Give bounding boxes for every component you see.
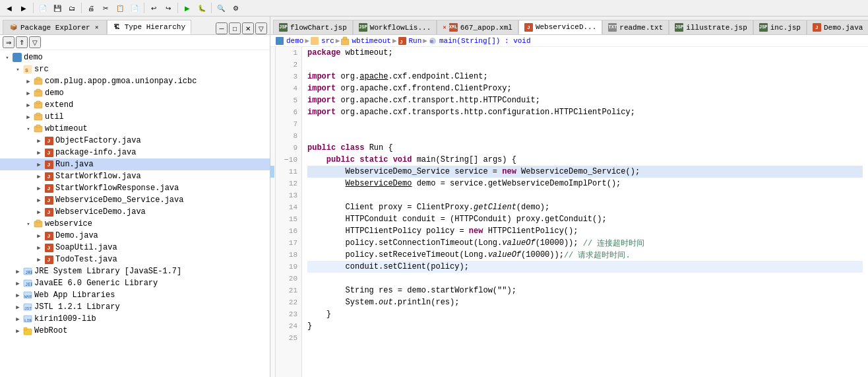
debug-btn[interactable]: 🐛 xyxy=(195,1,208,15)
tree-item-javaee6[interactable]: ▶ JEE JavaEE 6.0 Generic Library xyxy=(0,277,270,289)
ln-19: 19 xyxy=(276,261,301,273)
tree-item-run-java[interactable]: ▶ J Run.java xyxy=(0,158,270,170)
arrow-webservice-pkg[interactable]: ▾ xyxy=(24,221,33,228)
tab-inc-jsp[interactable]: JSP inc.jsp xyxy=(753,20,807,34)
close-left-btn[interactable]: ✕ xyxy=(242,22,254,34)
tab-type-hierarchy[interactable]: 🏗 Type Hierarchy xyxy=(107,20,191,34)
arrow-demo-project[interactable]: ▾ xyxy=(3,54,12,61)
tree-item-webservice-pkg[interactable]: ▾ webservice xyxy=(0,218,270,230)
back-btn[interactable]: ◀ xyxy=(3,1,16,15)
arrow-jre[interactable]: ▶ xyxy=(13,268,22,275)
arrow-webservicedemo[interactable]: ▶ xyxy=(34,209,44,216)
arrow-jstl[interactable]: ▶ xyxy=(13,304,22,311)
collapse-all-btn[interactable]: ⇒ xyxy=(3,36,15,48)
tab-webserviced[interactable]: J WebserviceD... xyxy=(518,20,602,34)
arrow-src[interactable]: ▾ xyxy=(13,66,22,73)
project-tree[interactable]: ▾ demo ▾ S src ▶ xyxy=(0,50,270,377)
tree-item-demo-pkg[interactable]: ▶ demo xyxy=(0,87,270,99)
tab-flowchart[interactable]: JSP flowChart.jsp xyxy=(273,20,353,34)
tree-item-webapp-libs[interactable]: ▶ WAR Web App Libraries xyxy=(0,289,270,301)
tab-package-explorer[interactable]: 📦 Package Explorer ✕ xyxy=(3,20,107,34)
tree-item-objectfactory[interactable]: ▶ J ObjectFactory.java xyxy=(0,135,270,147)
arrow-todotest[interactable]: ▶ xyxy=(34,256,44,263)
tab-667-apop[interactable]: ✕ XML 667_apop.xml xyxy=(437,20,518,34)
menu-left-btn[interactable]: ▽ xyxy=(255,22,267,34)
link-editor-btn[interactable]: ⇑ xyxy=(16,36,28,48)
settings-btn[interactable]: ⚙ xyxy=(229,1,242,15)
undo-btn[interactable]: ↩ xyxy=(147,1,160,15)
tree-item-startworkflow[interactable]: ▶ J StartWorkflow.java xyxy=(0,170,270,182)
tree-item-webroot[interactable]: ▶ WebRoot xyxy=(0,325,270,337)
paste-btn[interactable]: 📄 xyxy=(128,1,141,15)
arrow-util[interactable]: ▶ xyxy=(24,114,33,121)
forward-btn[interactable]: ▶ xyxy=(17,1,30,15)
arrow-kirin[interactable]: ▶ xyxy=(13,316,22,323)
arrow-objectfactory[interactable]: ▶ xyxy=(34,137,44,145)
tree-item-todotest[interactable]: ▶ J TodoTest.java xyxy=(0,254,270,265)
arrow-demo-pkg[interactable]: ▶ xyxy=(24,90,33,97)
tab-demo-java-label: Demo.java xyxy=(824,24,863,32)
arrow-webapp-libs[interactable]: ▶ xyxy=(13,292,22,299)
tree-item-demo-java-ws[interactable]: ▶ J Demo.java xyxy=(0,230,270,242)
save-btn[interactable]: 💾 xyxy=(51,1,64,15)
ln-8: 8 xyxy=(276,130,301,142)
breadcrumb-wbtimeout[interactable]: wbtimeout xyxy=(352,37,390,45)
breadcrumb-src[interactable]: src xyxy=(321,37,334,45)
breadcrumb-run[interactable]: Run xyxy=(409,37,422,45)
tree-item-soaputil[interactable]: ▶ J SoapUtil.java xyxy=(0,242,270,254)
cut-btn[interactable]: ✂ xyxy=(99,1,112,15)
tree-item-jre[interactable]: ▶ JRE JRE System Library [JavaSE-1.7] xyxy=(0,265,270,277)
tree-item-webservicedemo[interactable]: ▶ J WebserviceDemo.java xyxy=(0,206,270,218)
arrow-run-java[interactable]: ▶ xyxy=(34,161,44,168)
tree-item-demo-project[interactable]: ▾ demo xyxy=(0,51,270,63)
arrow-webservicedemo-service[interactable]: ▶ xyxy=(34,197,44,204)
run-btn[interactable]: ▶ xyxy=(181,1,194,15)
arrow-startworkflowresponse[interactable]: ▶ xyxy=(34,185,44,192)
code-editor[interactable]: 1 2 3 4 5 6 7 8 9 10─ 11 12 13 14 15 16 xyxy=(270,47,868,377)
arrow-soaputil[interactable]: ▶ xyxy=(34,244,44,252)
tab-illustrate[interactable]: JSP illustrate.jsp xyxy=(669,20,753,34)
maximize-left-btn[interactable]: □ xyxy=(229,22,241,34)
tree-item-startworkflowresponse[interactable]: ▶ J StartWorkflowResponse.java xyxy=(0,182,270,194)
arrow-package-info[interactable]: ▶ xyxy=(34,149,44,156)
arrow-wbtimeout[interactable]: ▾ xyxy=(24,125,33,133)
code-content[interactable]: package wbtimeout; import org.apache.cxf… xyxy=(302,47,868,377)
code-line-3: import org.apache.cxf.endpoint.Client; xyxy=(307,71,863,83)
arrow-extend[interactable]: ▶ xyxy=(24,102,33,109)
arrow-com-plug[interactable]: ▶ xyxy=(24,78,33,85)
tree-item-wbtimeout[interactable]: ▾ wbtimeout xyxy=(0,123,270,135)
tab-workflowlis[interactable]: JSP WorkflowLis... xyxy=(353,20,437,34)
redo-btn[interactable]: ↪ xyxy=(162,1,175,15)
tree-label-package-info: package-info.java xyxy=(55,148,136,157)
tab-package-explorer-close[interactable]: ✕ xyxy=(93,24,101,32)
code-line-25 xyxy=(307,332,863,344)
main-toolbar: ◀ ▶ 📄 💾 🗂 🖨 ✂ 📋 📄 ↩ ↪ ▶ 🐛 🔍 ⚙ xyxy=(0,0,868,17)
tree-item-kirin[interactable]: ▶ LIB kirin1009-lib xyxy=(0,313,270,325)
search-btn[interactable]: 🔍 xyxy=(214,1,228,15)
arrow-demo-java-ws[interactable]: ▶ xyxy=(34,232,44,240)
ln-21: 21 xyxy=(276,285,301,296)
tree-item-webservicedemo-service[interactable]: ▶ J WebserviceDemo_Service.java xyxy=(0,194,270,206)
demo-java-icon: J xyxy=(813,23,821,32)
tree-item-src[interactable]: ▾ S src xyxy=(0,63,270,75)
tree-item-util[interactable]: ▶ util xyxy=(0,111,270,123)
save-all-btn[interactable]: 🗂 xyxy=(65,1,78,15)
tab-demo-java[interactable]: J Demo.java xyxy=(807,20,868,34)
arrow-javaee6[interactable]: ▶ xyxy=(13,280,22,287)
minimize-left-btn[interactable]: ─ xyxy=(216,22,228,34)
breadcrumb-project[interactable]: demo xyxy=(286,37,303,45)
arrow-startworkflow[interactable]: ▶ xyxy=(34,173,44,180)
tree-item-package-info[interactable]: ▶ J package-info.java xyxy=(0,147,270,158)
new-btn[interactable]: 📄 xyxy=(36,1,49,15)
copy-btn[interactable]: 📋 xyxy=(113,1,127,15)
print-btn[interactable]: 🖨 xyxy=(84,1,98,15)
arrow-webroot[interactable]: ▶ xyxy=(13,327,22,335)
svg-text:JST: JST xyxy=(24,306,32,311)
indicator-6 xyxy=(270,106,275,118)
view-menu-btn[interactable]: ▽ xyxy=(29,36,41,48)
breadcrumb-main[interactable]: main(String[]) : void xyxy=(439,37,531,45)
tab-readme[interactable]: TXT readme.txt xyxy=(602,20,669,34)
tree-item-com-plug[interactable]: ▶ com.plug.apop.gmoa.unionpay.icbc xyxy=(0,75,270,87)
tree-item-jstl[interactable]: ▶ JST JSTL 1.2.1 Library xyxy=(0,301,270,313)
tree-item-extend[interactable]: ▶ extend xyxy=(0,99,270,111)
